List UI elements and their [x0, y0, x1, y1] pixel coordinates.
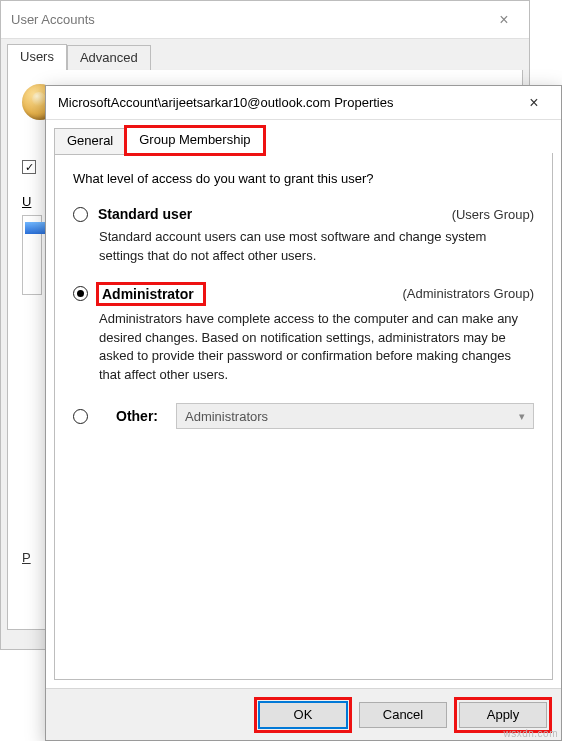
- properties-titlebar: MicrosoftAccount\arijeetsarkar10@outlook…: [46, 86, 561, 120]
- option-administrator: Administrator (Administrators Group) Adm…: [73, 284, 534, 385]
- option-admin-label: Administrator: [102, 286, 194, 302]
- option-standard-user: Standard user (Users Group) Standard acc…: [73, 206, 534, 266]
- option-other: Other: Administrators ▾: [73, 403, 534, 429]
- watermark: wsxdn.com: [503, 728, 558, 739]
- option-standard-label: Standard user: [98, 206, 192, 222]
- tab-users[interactable]: Users: [7, 44, 67, 71]
- user-accounts-tabstrip: Users Advanced: [1, 39, 529, 70]
- option-standard-desc: Standard account users can use most soft…: [99, 228, 519, 266]
- access-prompt: What level of access do you want to gran…: [73, 171, 534, 186]
- users-label-letter: U: [22, 194, 31, 209]
- close-icon[interactable]: ×: [517, 94, 551, 112]
- properties-dialog: MicrosoftAccount\arijeetsarkar10@outlook…: [45, 85, 562, 741]
- ok-button[interactable]: OK: [259, 702, 347, 728]
- option-admin-group: (Administrators Group): [403, 286, 534, 301]
- users-list: [22, 215, 42, 295]
- properties-footer: OK Cancel Apply: [46, 688, 561, 740]
- radio-other[interactable]: [73, 409, 88, 424]
- option-admin-desc: Administrators have complete access to t…: [99, 310, 519, 385]
- other-combo-value: Administrators: [185, 409, 268, 424]
- option-standard-header: Standard user (Users Group): [73, 206, 534, 222]
- user-accounts-title: User Accounts: [11, 12, 489, 27]
- option-admin-header: Administrator (Administrators Group): [73, 284, 534, 304]
- checkbox-icon[interactable]: ✓: [22, 160, 36, 174]
- user-accounts-titlebar: User Accounts ×: [1, 1, 529, 39]
- option-other-label: Other:: [116, 408, 158, 424]
- other-group-combobox[interactable]: Administrators ▾: [176, 403, 534, 429]
- apply-button[interactable]: Apply: [459, 702, 547, 728]
- tab-general[interactable]: General: [54, 128, 126, 155]
- password-label-letter: P: [22, 550, 31, 565]
- close-icon[interactable]: ×: [489, 11, 519, 29]
- tab-advanced[interactable]: Advanced: [67, 45, 151, 72]
- properties-body: What level of access do you want to gran…: [54, 153, 553, 680]
- tab-group-membership[interactable]: Group Membership: [126, 127, 263, 154]
- radio-administrator[interactable]: [73, 286, 88, 301]
- radio-standard-user[interactable]: [73, 207, 88, 222]
- ok-button-highlight: OK: [259, 702, 347, 728]
- option-standard-group: (Users Group): [452, 207, 534, 222]
- chevron-down-icon: ▾: [519, 410, 525, 423]
- password-section-label: P: [22, 550, 31, 565]
- option-admin-label-highlight: Administrator: [98, 284, 204, 304]
- properties-title: MicrosoftAccount\arijeetsarkar10@outlook…: [58, 95, 517, 110]
- cancel-button[interactable]: Cancel: [359, 702, 447, 728]
- apply-button-highlight: Apply: [459, 702, 547, 728]
- user-row-icon: [25, 222, 45, 234]
- properties-tabstrip: General Group Membership: [46, 120, 561, 153]
